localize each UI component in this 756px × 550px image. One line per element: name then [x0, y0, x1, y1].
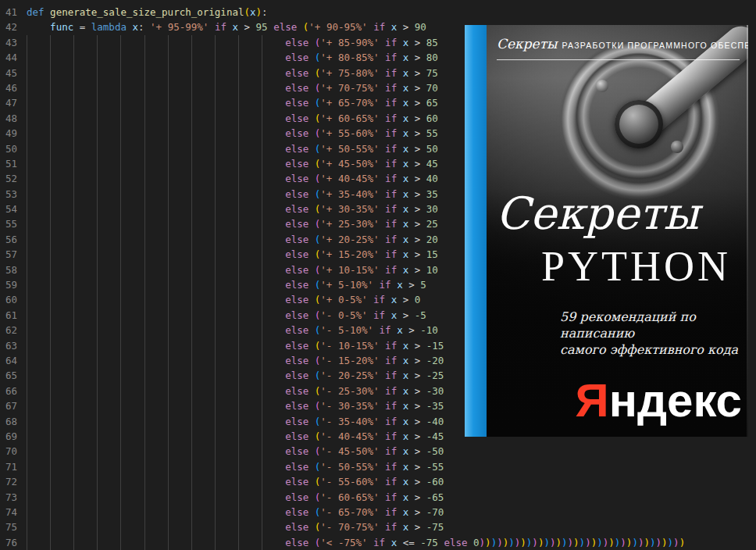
series-header-caps: РАЗРАБОТКИ ПРОГРАММНОГО ОБЕСПЕЧЕНИЯ: [562, 41, 748, 50]
line-number[interactable]: 72: [0, 474, 17, 489]
page-edge: [747, 25, 748, 437]
line-number[interactable]: 61: [0, 308, 17, 323]
code-text: else ('- 40-45%' if x > -45: [27, 429, 444, 444]
line-number[interactable]: 59: [0, 277, 17, 292]
code-text: else ('- 10-15%' if x > -15: [27, 338, 444, 353]
code-text: else ('+ 35-40%' if x > 35: [27, 187, 438, 202]
line-number[interactable]: 54: [0, 202, 17, 216]
code-text: func = lambda x: '+ 95-99%' if x > 95 el…: [27, 20, 426, 34]
line-number[interactable]: 58: [0, 262, 17, 277]
code-line[interactable]: 41def generate_sale_size_purch_original(…: [0, 5, 756, 20]
line-number[interactable]: 57: [0, 247, 17, 262]
book-subtitle-line1: 59 рекомендаций по написанию: [560, 309, 748, 341]
publisher-logo: Яндекс: [576, 377, 742, 425]
code-text: else ('- 5-10%' if x > -10: [27, 323, 438, 338]
line-number[interactable]: 63: [0, 338, 17, 353]
code-text: else ('- 45-50%' if x > -50: [27, 444, 444, 459]
code-text: else ('+ 50-55%' if x > 50: [27, 141, 438, 156]
line-number[interactable]: 62: [0, 323, 17, 338]
line-number[interactable]: 67: [0, 398, 17, 413]
code-text: else ('+ 10-15%' if x > 10: [27, 262, 438, 277]
code-text: else ('+ 55-60%' if x > 55: [27, 126, 438, 141]
code-text: else ('- 30-35%' if x > -35: [27, 398, 444, 413]
code-text: else ('- 15-20%' if x > -20: [27, 353, 444, 368]
line-number[interactable]: 44: [0, 50, 17, 65]
code-text: else ('+ 20-25%' if x > 20: [27, 232, 438, 247]
code-text: else ('+ 45-50%' if x > 45: [27, 156, 438, 171]
code-editor[interactable]: 41def generate_sale_size_purch_original(…: [0, 0, 756, 550]
line-number[interactable]: 55: [0, 216, 17, 231]
code-text: else ('- 35-40%' if x > -40: [27, 414, 444, 429]
series-header-script: Секреты: [497, 36, 558, 52]
code-line[interactable]: 76 else ('< -75%' if x <= -75 else 0))))…: [0, 535, 756, 550]
code-text: else ('+ 85-90%' if x > 85: [27, 35, 438, 50]
code-text: else ('- 0-5%' if x > -5: [27, 308, 426, 323]
line-number[interactable]: 74: [0, 505, 17, 520]
line-number[interactable]: 69: [0, 429, 17, 444]
line-number[interactable]: 42: [0, 20, 17, 34]
code-text: else ('- 50-55%' if x > -55: [27, 459, 444, 474]
code-text: else ('+ 70-75%' if x > 70: [27, 80, 438, 95]
code-text: else ('< -75%' if x <= -75 else 0)))))))…: [27, 535, 685, 550]
code-text: else ('- 65-70%' if x > -70: [27, 505, 444, 520]
code-text: else ('+ 40-45%' if x > 40: [27, 171, 438, 186]
code-text: else ('+ 5-10%' if x > 5: [27, 277, 426, 292]
line-number[interactable]: 53: [0, 187, 17, 202]
code-line[interactable]: 71 else ('- 50-55%' if x > -55: [0, 459, 756, 474]
line-number[interactable]: 73: [0, 490, 17, 505]
code-line[interactable]: 70 else ('- 45-50%' if x > -50: [0, 444, 756, 459]
code-text: else ('- 60-65%' if x > -65: [27, 490, 444, 505]
code-text: else ('- 25-30%' if x > -30: [27, 384, 444, 398]
code-text: else ('+ 65-70%' if x > 65: [27, 95, 438, 110]
line-number[interactable]: 47: [0, 95, 17, 110]
line-number[interactable]: 41: [0, 5, 17, 20]
code-line[interactable]: 72 else ('- 55-60%' if x > -60: [0, 474, 756, 489]
line-number[interactable]: 56: [0, 232, 17, 247]
book-subtitle-line2: самого эффективного кода: [560, 341, 748, 358]
book-front-cover: СекретыРАЗРАБОТКИ ПРОГРАММНОГО ОБЕСПЕЧЕН…: [487, 25, 748, 437]
line-number[interactable]: 43: [0, 35, 17, 50]
code-line[interactable]: 75 else ('- 70-75%' if x > -75: [0, 520, 756, 534]
line-number[interactable]: 45: [0, 66, 17, 80]
publisher-logo-rest: ндекс: [609, 374, 742, 427]
code-text: else ('+ 75-80%' if x > 75: [27, 66, 438, 80]
line-number[interactable]: 75: [0, 520, 17, 534]
book-title-script: Секреты: [496, 206, 699, 221]
line-number[interactable]: 65: [0, 368, 17, 383]
line-number[interactable]: 66: [0, 384, 17, 398]
line-number[interactable]: 51: [0, 156, 17, 171]
line-number[interactable]: 70: [0, 444, 17, 459]
book-spine: [465, 25, 487, 437]
line-number[interactable]: 50: [0, 141, 17, 156]
line-number[interactable]: 64: [0, 353, 17, 368]
book-subtitle: 59 рекомендаций по написанию самого эффе…: [560, 309, 748, 358]
code-text: else ('- 20-25%' if x > -25: [27, 368, 444, 383]
line-number[interactable]: 68: [0, 414, 17, 429]
line-number[interactable]: 48: [0, 111, 17, 126]
publisher-logo-first-letter: Я: [576, 374, 609, 427]
code-text: else ('+ 15-20%' if x > 15: [27, 247, 438, 262]
code-text: else ('- 70-75%' if x > -75: [27, 520, 444, 534]
code-line[interactable]: 73 else ('- 60-65%' if x > -65: [0, 490, 756, 505]
series-header: СекретыРАЗРАБОТКИ ПРОГРАММНОГО ОБЕСПЕЧЕН…: [497, 37, 740, 60]
code-text: else ('+ 0-5%' if x > 0: [27, 292, 420, 307]
code-text: else ('+ 80-85%' if x > 80: [27, 50, 438, 65]
code-text: else ('+ 25-30%' if x > 25: [27, 216, 438, 231]
code-text: else ('+ 30-35%' if x > 30: [27, 202, 438, 216]
code-line[interactable]: 74 else ('- 65-70%' if x > -70: [0, 505, 756, 520]
line-number[interactable]: 52: [0, 171, 17, 186]
book-cover-image: СекретыРАЗРАБОТКИ ПРОГРАММНОГО ОБЕСПЕЧЕН…: [465, 25, 748, 437]
line-number[interactable]: 49: [0, 126, 17, 141]
code-text: else ('+ 60-65%' if x > 60: [27, 111, 438, 126]
book-title-main: PYTHON: [541, 259, 731, 274]
line-number[interactable]: 60: [0, 292, 17, 307]
code-text: else ('- 55-60%' if x > -60: [27, 474, 444, 489]
line-number[interactable]: 46: [0, 80, 17, 95]
line-number[interactable]: 71: [0, 459, 17, 474]
line-number[interactable]: 76: [0, 535, 17, 550]
code-text: def generate_sale_size_purch_original(x)…: [27, 5, 268, 20]
